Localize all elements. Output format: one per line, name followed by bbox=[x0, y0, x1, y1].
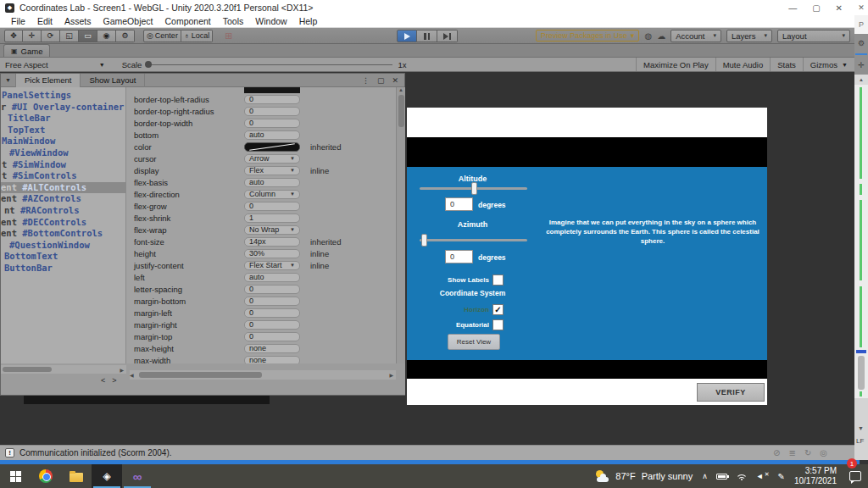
azimuth-input[interactable] bbox=[445, 250, 473, 263]
tree-item[interactable]: ent #AZControls bbox=[1, 193, 125, 205]
sliver-scroll-track[interactable] bbox=[854, 85, 868, 398]
azimuth-slider[interactable] bbox=[420, 239, 527, 241]
taskbar-visual-studio-icon[interactable]: ∞ bbox=[122, 464, 153, 488]
taskbar-chrome-icon[interactable] bbox=[31, 464, 61, 488]
tree-item[interactable]: PanelSettings bbox=[1, 90, 125, 102]
transform-tool-icon[interactable]: ◉ bbox=[97, 30, 116, 42]
scrollbar-thumb[interactable] bbox=[139, 372, 262, 378]
alert-bubble-icon[interactable]: ! bbox=[5, 448, 14, 458]
reset-view-button[interactable]: Reset View bbox=[448, 334, 500, 350]
scroll-right-arrow-icon[interactable]: ▶ bbox=[389, 372, 396, 378]
style-value-field[interactable]: 0 bbox=[244, 95, 300, 104]
equatorial-checkbox[interactable] bbox=[492, 319, 504, 330]
scrollbar-thumb[interactable] bbox=[3, 367, 52, 372]
step-button[interactable] bbox=[437, 30, 458, 42]
start-button[interactable] bbox=[0, 464, 31, 488]
tree-item[interactable]: MainWindow bbox=[1, 136, 125, 147]
custom-tool-icon[interactable]: ⚙ bbox=[116, 30, 135, 42]
scroll-left-arrow-icon[interactable]: ◀ bbox=[130, 372, 134, 378]
pivot-center-button[interactable]: ◎Center bbox=[143, 30, 181, 42]
style-value-field[interactable]: 0 bbox=[244, 119, 300, 128]
aspect-dropdown[interactable]: Free Aspect▼ bbox=[0, 58, 110, 71]
style-value-dropdown[interactable]: Flex▼ bbox=[244, 166, 300, 175]
rect-tool-icon[interactable]: ▭ bbox=[79, 30, 97, 42]
style-value-field[interactable]: 14px bbox=[244, 237, 300, 247]
tree-item[interactable]: t #SimWindow bbox=[1, 159, 125, 171]
style-value-field[interactable]: none bbox=[244, 356, 300, 364]
kebab-menu-icon[interactable]: ⋮ bbox=[362, 76, 370, 85]
show-labels-checkbox[interactable] bbox=[492, 274, 504, 286]
style-value-dropdown[interactable]: Flex Start▼ bbox=[244, 261, 300, 270]
style-value-field[interactable]: 0 bbox=[244, 107, 300, 116]
debugger-detached-icon[interactable]: ⊘ bbox=[773, 448, 780, 458]
gizmos-dropdown[interactable]: Gizmos▼ bbox=[803, 58, 854, 71]
style-value-field[interactable]: 30% bbox=[244, 249, 300, 258]
taskbar-unity-icon[interactable]: ◈ bbox=[92, 464, 122, 488]
rotate-tool-icon[interactable]: ⟳ bbox=[42, 30, 60, 42]
altitude-input[interactable] bbox=[445, 197, 473, 211]
tree-item[interactable]: ButtonBar bbox=[1, 263, 125, 274]
tree-item[interactable]: #ViewWindow bbox=[1, 147, 125, 159]
menu-item[interactable]: Assets bbox=[58, 16, 97, 26]
menu-item[interactable]: Tools bbox=[217, 16, 250, 26]
minimize-button[interactable]: — bbox=[788, 3, 797, 13]
tree-item[interactable]: t #SimControls bbox=[1, 170, 125, 182]
menu-item[interactable]: File bbox=[5, 16, 31, 26]
hand-tool-icon[interactable]: ✥ bbox=[4, 30, 23, 42]
menu-item[interactable]: Window bbox=[249, 16, 292, 26]
taskbar-weather-widget[interactable]: 87°F Partly sunny bbox=[595, 470, 693, 482]
scrollbar-thumb[interactable] bbox=[858, 356, 865, 390]
menu-item[interactable]: Component bbox=[159, 16, 216, 26]
move-tool-icon[interactable]: ✛ bbox=[23, 30, 42, 42]
battery-icon[interactable] bbox=[716, 474, 727, 480]
tree-item[interactable]: r #UI Overlay-container .un bbox=[1, 102, 125, 114]
style-value-field[interactable]: auto bbox=[244, 273, 300, 282]
layers-dropdown[interactable]: Layers▾ bbox=[726, 30, 772, 42]
scroll-right-arrow-icon[interactable]: ▶ bbox=[120, 367, 126, 373]
menu-item[interactable]: Edit bbox=[31, 16, 58, 26]
style-value-field[interactable]: 1 bbox=[244, 214, 300, 223]
taskbar-explorer-icon[interactable] bbox=[61, 464, 92, 488]
grid-snap-icon[interactable]: ⊞ bbox=[225, 30, 232, 42]
verify-button[interactable]: VERIFY bbox=[697, 383, 765, 402]
scroll-up-arrow-icon[interactable]: ▲ bbox=[398, 87, 403, 92]
pause-button[interactable] bbox=[417, 30, 437, 42]
layout-dropdown[interactable]: Layout▾ bbox=[777, 30, 850, 42]
page-right-button[interactable]: > bbox=[112, 376, 116, 385]
sliver-close-icon[interactable]: ✕ bbox=[854, 0, 868, 15]
style-value-field[interactable]: auto bbox=[244, 178, 300, 187]
tab-game[interactable]: ▣ Game bbox=[3, 44, 50, 57]
maximize-on-play-toggle[interactable]: Maximize On Play bbox=[636, 58, 715, 71]
chevron-down-icon[interactable]: ▼ bbox=[858, 425, 864, 431]
pen-icon[interactable]: ✎ bbox=[778, 472, 785, 481]
style-value-dropdown[interactable]: No Wrap▼ bbox=[244, 225, 300, 235]
taskbar-clock[interactable]: 3:57 PM 10/17/2021 bbox=[794, 466, 837, 487]
volume-muted-icon[interactable]: ◄✕ bbox=[756, 472, 770, 480]
stats-toggle[interactable]: Stats bbox=[770, 58, 803, 71]
action-center-icon[interactable] bbox=[849, 471, 861, 481]
mute-audio-toggle[interactable]: Mute Audio bbox=[715, 58, 771, 71]
color-swatch[interactable] bbox=[244, 142, 300, 152]
picker-dropdown[interactable]: ▼ bbox=[1, 74, 16, 87]
pivot-local-button[interactable]: ♁Local bbox=[181, 30, 213, 42]
altitude-slider[interactable] bbox=[420, 187, 527, 190]
style-value-dropdown[interactable]: Column▼ bbox=[244, 190, 300, 199]
preview-packages-button[interactable]: Preview Packages in Use▾ bbox=[536, 30, 640, 42]
style-value-field[interactable]: 0 bbox=[244, 202, 300, 211]
style-value-field[interactable]: 0 bbox=[244, 332, 300, 341]
wifi-icon[interactable] bbox=[736, 472, 748, 480]
style-value-field[interactable]: 0 bbox=[244, 297, 300, 306]
scale-slider[interactable] bbox=[147, 64, 392, 65]
progress-check-icon[interactable]: ◎ bbox=[820, 448, 827, 458]
style-value-field[interactable]: 0 bbox=[244, 285, 300, 294]
tree-item[interactable]: BottomText bbox=[1, 251, 125, 263]
account-dropdown[interactable]: Account▾ bbox=[670, 30, 721, 42]
cloud-icon[interactable]: ☁ bbox=[657, 31, 665, 41]
tree-item[interactable]: TopText bbox=[1, 125, 125, 136]
panel-close-icon[interactable]: ✕ bbox=[392, 76, 398, 85]
azimuth-slider-handle[interactable] bbox=[421, 234, 427, 247]
styles-vertical-scrollbar[interactable]: ▲ bbox=[396, 87, 405, 363]
play-button[interactable] bbox=[397, 30, 417, 42]
tree-horizontal-scrollbar[interactable]: ▶ bbox=[1, 365, 126, 374]
page-left-button[interactable]: < bbox=[101, 376, 105, 385]
